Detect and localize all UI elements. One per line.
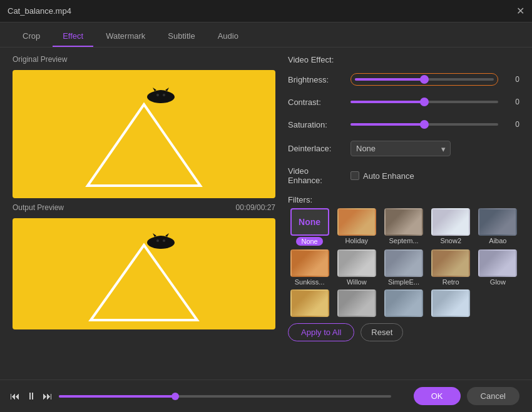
enhance-row: Video Enhance: Auto Enhance <box>288 166 519 185</box>
brightness-label: Brightness: <box>288 75 344 84</box>
video-effect-title: Video Effect: <box>288 55 519 64</box>
main-content: Original Preview Output Preview 00:09/00… <box>0 48 532 379</box>
ok-button[interactable]: OK <box>414 387 461 405</box>
filter-row3d[interactable] <box>429 289 473 318</box>
contrast-label: Contrast: <box>288 98 344 107</box>
deinterlace-row: Deinterlace: None Low Medium High <box>288 141 519 156</box>
close-button[interactable]: ✕ <box>516 6 524 16</box>
filters-grid: None None Holiday Septem... Snow2 <box>288 208 519 318</box>
filter-retro[interactable]: Retro <box>429 249 473 286</box>
filter-simple[interactable]: SimpleE... <box>382 249 425 286</box>
filter-glow-label: Glow <box>490 278 506 286</box>
filter-row3b-thumb <box>337 289 376 317</box>
filter-septem[interactable]: Septem... <box>382 208 425 246</box>
filter-aibao-label: Aibao <box>489 237 506 244</box>
filter-row3a-thumb <box>290 289 329 317</box>
filters-label: Filters: <box>288 195 519 204</box>
progress-thumb[interactable] <box>171 393 179 400</box>
right-panel: Video Effect: Brightness: 0 Contrast: 0 <box>288 55 519 372</box>
footer: ⏮ ⏸ ⏭ OK Cancel <box>0 379 532 412</box>
contrast-fill <box>350 101 424 103</box>
tab-crop[interactable]: Crop <box>13 26 50 47</box>
filter-aibao[interactable]: Aibao <box>476 208 519 246</box>
filter-holiday-thumb <box>337 208 376 236</box>
tab-watermark[interactable]: Watermark <box>96 26 155 47</box>
filter-septem-thumb <box>384 208 423 236</box>
contrast-thumb[interactable] <box>420 98 429 106</box>
filter-willow[interactable]: Willow <box>335 249 378 286</box>
contrast-row: Contrast: 0 <box>288 96 519 108</box>
filter-sunkiss-thumb <box>290 249 329 277</box>
tab-effect[interactable]: Effect <box>53 26 93 47</box>
original-preview <box>13 70 275 198</box>
tab-audio[interactable]: Audio <box>208 26 248 47</box>
rewind-button[interactable]: ⏮ <box>10 391 20 402</box>
filter-sunkiss-label: Sunkiss... <box>295 278 325 286</box>
output-preview <box>13 218 275 329</box>
svg-marker-13 <box>91 245 197 320</box>
svg-marker-6 <box>88 104 200 186</box>
progress-bar[interactable] <box>59 395 391 398</box>
brightness-slider-container[interactable] <box>350 73 498 86</box>
brightness-fill <box>355 78 424 81</box>
svg-point-5 <box>163 94 165 96</box>
svg-marker-9 <box>153 233 156 237</box>
left-panel: Original Preview Output Preview 00:09/00… <box>13 55 275 372</box>
tabs-bar: Crop Effect Watermark Subtitle Audio <box>0 23 532 48</box>
brightness-thumb[interactable] <box>420 75 429 84</box>
filter-none[interactable]: None None <box>288 208 331 246</box>
original-preview-label: Original Preview <box>13 55 275 64</box>
filter-row3c[interactable] <box>382 289 425 318</box>
auto-enhance-label[interactable]: Auto Enhance <box>350 171 414 181</box>
contrast-slider-container[interactable] <box>350 96 498 108</box>
auto-enhance-checkbox[interactable] <box>350 171 359 180</box>
filter-actions: Apply to All Reset <box>288 323 519 341</box>
saturation-value: 0 <box>504 120 519 129</box>
output-header: Output Preview 00:09/00:27 <box>13 203 275 213</box>
play-button[interactable]: ⏸ <box>26 391 36 402</box>
video-enhance-label: Video Enhance: <box>288 166 344 185</box>
svg-point-1 <box>152 90 170 100</box>
progress-fill <box>59 395 175 398</box>
forward-button[interactable]: ⏭ <box>43 391 53 402</box>
saturation-label: Saturation: <box>288 120 344 129</box>
filter-none-thumb: None <box>290 208 329 236</box>
tab-subtitle[interactable]: Subtitle <box>158 26 205 47</box>
filter-holiday-label: Holiday <box>345 237 368 244</box>
filter-snow2-thumb <box>431 208 470 236</box>
filter-aibao-thumb <box>478 208 517 236</box>
saturation-fill <box>350 123 424 126</box>
footer-right: OK Cancel <box>401 380 532 412</box>
filter-willow-label: Willow <box>347 278 367 286</box>
deinterlace-label: Deinterlace: <box>288 144 344 153</box>
svg-marker-2 <box>153 88 156 91</box>
svg-marker-3 <box>165 88 169 91</box>
filters-section: Filters: None None Holiday Septem... <box>288 195 519 341</box>
saturation-row: Saturation: 0 <box>288 118 519 131</box>
cancel-button[interactable]: Cancel <box>467 387 519 405</box>
reset-button[interactable]: Reset <box>361 323 403 341</box>
filter-glow[interactable]: Glow <box>476 249 519 286</box>
output-time: 00:09/00:27 <box>236 203 275 212</box>
saturation-thumb[interactable] <box>420 120 429 129</box>
brightness-value: 0 <box>504 75 519 84</box>
deinterlace-select-wrapper: None Low Medium High <box>350 141 451 156</box>
filter-snow2-label: Snow2 <box>440 237 461 244</box>
filter-snow2[interactable]: Snow2 <box>429 208 473 246</box>
apply-to-all-button[interactable]: Apply to All <box>288 323 354 341</box>
filter-willow-thumb <box>337 249 376 277</box>
svg-point-4 <box>156 94 159 96</box>
deinterlace-select[interactable]: None Low Medium High <box>350 141 451 156</box>
filter-retro-label: Retro <box>442 278 459 286</box>
filter-holiday[interactable]: Holiday <box>335 208 378 246</box>
contrast-value: 0 <box>504 98 519 106</box>
filter-row3a[interactable] <box>288 289 331 318</box>
saturation-slider-container[interactable] <box>350 118 498 131</box>
filter-sunkiss[interactable]: Sunkiss... <box>288 249 331 286</box>
filter-row3b[interactable] <box>335 289 378 318</box>
filter-septem-label: Septem... <box>389 237 418 244</box>
triangle-output <box>81 242 207 323</box>
filter-retro-thumb <box>431 249 470 277</box>
filter-row3d-thumb <box>431 289 470 317</box>
brightness-row: Brightness: 0 <box>288 73 519 86</box>
